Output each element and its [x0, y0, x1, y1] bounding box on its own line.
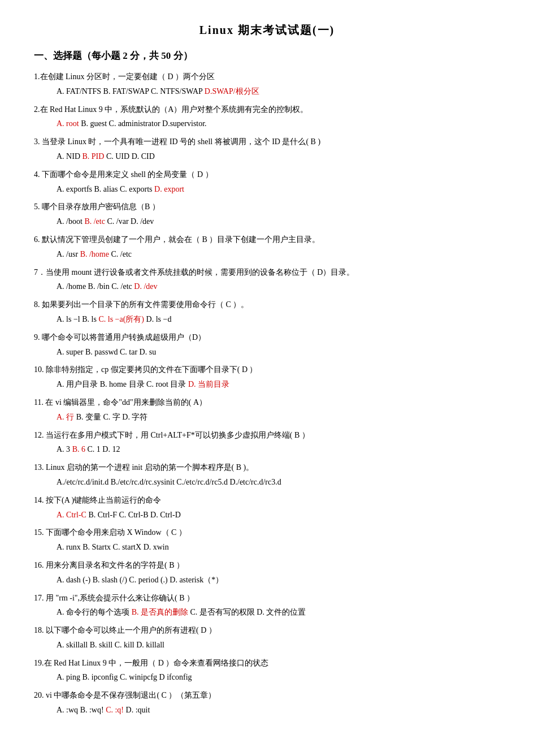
- option-10-2: C. root 目录: [145, 380, 186, 388]
- question-text-4: 4. 下面哪个命令是用来定义 shell 的全局变量（ D ）: [34, 168, 500, 182]
- question-text-1: 1.在创建 Linux 分区时，一定要创建（ D ）两个分区: [34, 70, 500, 84]
- option-10-3: D. 当前目录: [186, 380, 229, 388]
- option-16-1: B. slash (/): [90, 576, 127, 584]
- option-20-0: A. :wq: [57, 706, 78, 714]
- page-title: Linux 期末考试试题(一): [34, 23, 500, 38]
- option-15-3: D. xwin: [141, 543, 169, 551]
- question-text-13: 13. Linux 启动的第一个进程 init 启动的第一个脚本程序是( B )…: [34, 461, 500, 474]
- option-7-3: D. /dev: [132, 282, 158, 291]
- question-text-12: 12. 当运行在多用户模式下时，用 Ctrl+ALT+F*可以切换多少虚拟用户终…: [34, 429, 500, 442]
- question-15: 15. 下面哪个命令用来启动 X Window（ C ）A. runx B. S…: [34, 526, 500, 554]
- option-3-0: A. NID: [57, 152, 80, 161]
- question-20: 20. vi 中哪条命令是不保存强制退出( C ）（第五章）A. :wq B. …: [34, 689, 500, 717]
- option-15-0: A. runx: [57, 543, 81, 551]
- option-11-2: C. 字: [101, 413, 120, 421]
- option-12-3: D. 12: [101, 445, 120, 453]
- question-text-19: 19.在 Red Hat Linux 9 中，一般用（ D ）命令来查看网络接口…: [34, 656, 500, 670]
- options-line-11: A. 行 B. 变量 C. 字 D. 字符: [34, 411, 500, 424]
- option-2-3: D.supervistor.: [160, 119, 207, 128]
- option-1-2: C. NTFS/SWAP: [149, 87, 203, 96]
- options-line-6: A. /usr B. /home C. /etc: [34, 248, 500, 261]
- option-19-0: A. ping: [57, 673, 80, 681]
- option-4-0: A. exportfs: [57, 185, 92, 193]
- option-1-3: D.SWAP/根分区: [202, 87, 259, 96]
- options-line-7: A. /home B. /bin C. /etc D. /dev: [34, 280, 500, 293]
- option-5-0: A. /boot: [57, 217, 83, 226]
- question-text-5: 5. 哪个目录存放用户密码信息（B ）: [34, 200, 500, 214]
- option-19-3: D ifconfig: [157, 673, 192, 681]
- question-18: 18. 以下哪个命令可以终止一个用户的所有进程( D ）A. skillall …: [34, 624, 500, 652]
- option-5-2: C. /var: [105, 217, 129, 226]
- question-10: 10. 除非特别指定，cp 假定要拷贝的文件在下面哪个目录下( D ）A. 用户…: [34, 363, 500, 391]
- option-6-1: B. /home: [78, 250, 109, 258]
- option-20-1: B. :wq!: [78, 706, 104, 714]
- options-line-15: A. runx B. Startx C. startX D. xwin: [34, 541, 500, 554]
- option-18-1: B. skill: [88, 641, 112, 649]
- options-line-16: A. dash (-) B. slash (/) C. period (.) D…: [34, 573, 500, 587]
- option-14-0: A. Ctrl-C: [57, 511, 86, 519]
- option-4-1: B. alias: [92, 185, 118, 193]
- option-12-2: C. 1: [85, 445, 101, 453]
- question-text-2: 2.在 Red Hat Linux 9 中，系统默认的（A）用户对整个系统拥有完…: [34, 103, 500, 116]
- options-line-10: A. 用户目录 B. home 目录 C. root 目录 D. 当前目录: [34, 378, 500, 391]
- question-text-10: 10. 除非特别指定，cp 假定要拷贝的文件在下面哪个目录下( D ）: [34, 363, 500, 377]
- option-11-3: D. 字符: [120, 413, 148, 421]
- option-19-2: C. winipcfg: [118, 673, 158, 681]
- option-18-3: D. killall: [134, 641, 164, 649]
- options-line-20: A. :wq B. :wq! C. :q! D. :quit: [34, 703, 500, 717]
- option-9-2: C. tar: [118, 348, 138, 356]
- option-17-1: B. 是否真的删除: [129, 608, 188, 616]
- question-text-18: 18. 以下哪个命令可以终止一个用户的所有进程( D ）: [34, 624, 500, 637]
- question-text-7: 7．当使用 mount 进行设备或者文件系统挂载的时候，需要用到的设备名称位于（…: [34, 266, 500, 279]
- option-17-0: A. 命令行的每个选项: [57, 608, 129, 616]
- question-1: 1.在创建 Linux 分区时，一定要创建（ D ）两个分区A. FAT/NTF…: [34, 70, 500, 98]
- question-4: 4. 下面哪个命令是用来定义 shell 的全局变量（ D ）A. export…: [34, 168, 500, 196]
- option-5-1: B. /etc: [83, 217, 105, 226]
- option-3-3: D. CID: [129, 152, 155, 161]
- option-11-0: A. 行: [57, 413, 74, 421]
- question-text-17: 17. 用 "rm -i",系统会提示什么来让你确认( B ）: [34, 591, 500, 605]
- question-3: 3. 当登录 Linux 时，一个具有唯一进程 ID 号的 shell 将被调用…: [34, 135, 500, 163]
- question-19: 19.在 Red Hat Linux 9 中，一般用（ D ）命令来查看网络接口…: [34, 656, 500, 685]
- option-13-3: D./etc/rc.d/rc3.d: [228, 478, 281, 486]
- question-text-6: 6. 默认情况下管理员创建了一个用户，就会在（ B ）目录下创建一个用户主目录。: [34, 233, 500, 247]
- option-3-2: C. UID: [104, 152, 129, 161]
- option-2-1: B. guest: [79, 119, 107, 128]
- option-13-2: C./etc/rc.d/rc5.d: [175, 478, 228, 486]
- options-line-13: A./etc/rc.d/init.d B./etc/rc.d/rc.sysini…: [34, 476, 500, 489]
- options-line-5: A. /boot B. /etc C. /var D. /dev: [34, 215, 500, 228]
- question-12: 12. 当运行在多用户模式下时，用 Ctrl+ALT+F*可以切换多少虚拟用户终…: [34, 429, 500, 457]
- options-line-8: A. ls −l B. ls C. ls −a(所有) D. ls −d: [34, 313, 500, 326]
- options-line-4: A. exportfs B. alias C. exports D. expor…: [34, 183, 500, 196]
- option-2-2: C. administrator: [107, 119, 160, 128]
- option-17-3: D. 文件的位置: [255, 608, 306, 616]
- option-8-1: B. ls: [80, 315, 97, 323]
- options-line-1: A. FAT/NTFS B. FAT/SWAP C. NTFS/SWAP D.S…: [34, 85, 500, 98]
- question-16: 16. 用来分离目录名和文件名的字符是( B ）A. dash (-) B. s…: [34, 559, 500, 587]
- option-12-0: A. 3: [57, 445, 70, 453]
- question-5: 5. 哪个目录存放用户密码信息（B ）A. /boot B. /etc C. /…: [34, 200, 500, 228]
- question-13: 13. Linux 启动的第一个进程 init 启动的第一个脚本程序是( B )…: [34, 461, 500, 489]
- option-18-2: C. kill: [112, 641, 134, 649]
- option-4-2: C. exports: [118, 185, 153, 193]
- option-14-1: B. Ctrl-F: [86, 511, 117, 519]
- option-18-0: A. skillall: [57, 641, 88, 649]
- question-14: 14. 按下(A )键能终止当前运行的命令A. Ctrl-C B. Ctrl-F…: [34, 494, 500, 522]
- option-8-2: C. ls −a(所有): [97, 315, 144, 323]
- option-17-2: C. 是否有写的权限: [188, 608, 255, 616]
- question-11: 11. 在 vi 编辑器里，命令"dd"用来删除当前的( A）A. 行 B. 变…: [34, 396, 500, 424]
- option-14-2: C. Ctrl-B: [117, 511, 149, 519]
- question-text-15: 15. 下面哪个命令用来启动 X Window（ C ）: [34, 526, 500, 539]
- option-16-2: C. period (.): [127, 576, 168, 584]
- option-12-1: B. 6: [70, 445, 85, 453]
- option-13-0: A./etc/rc.d/init.d: [57, 478, 108, 486]
- question-7: 7．当使用 mount 进行设备或者文件系统挂载的时候，需要用到的设备名称位于（…: [34, 266, 500, 294]
- question-text-8: 8. 如果要列出一个目录下的所有文件需要使用命令行（ C ）。: [34, 298, 500, 312]
- option-19-1: B. ipconfig: [80, 673, 118, 681]
- options-line-2: A. root B. guest C. administrator D.supe…: [34, 117, 500, 131]
- option-10-0: A. 用户目录: [57, 380, 98, 388]
- option-6-2: C. /etc: [109, 250, 132, 258]
- section1-title: 一、选择题（每小题 2 分，共 50 分）: [34, 49, 500, 62]
- option-3-1: B. PID: [80, 152, 104, 161]
- option-7-1: B. /bin: [86, 282, 110, 291]
